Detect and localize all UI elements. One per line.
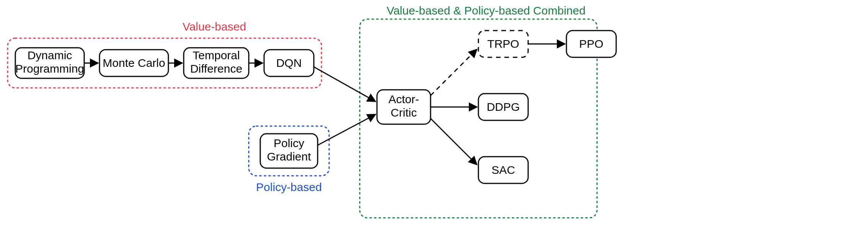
node-dqn-label: DQN (276, 57, 302, 69)
group-policy-label: Policy-based (256, 181, 322, 193)
node-monte-carlo: Monte Carlo (100, 50, 168, 76)
node-dqn: DQN (264, 50, 314, 76)
node-pg-line2: Gradient (267, 150, 311, 163)
node-trpo: TRPO (478, 31, 528, 57)
node-trpo-label: TRPO (487, 37, 519, 50)
node-ddpg: DDPG (478, 94, 528, 120)
node-td-line1: Temporal (193, 49, 240, 62)
rl-methods-diagram: Value-based Policy-based Value-based & P… (0, 0, 868, 235)
edge-dqn-ac (314, 67, 375, 101)
node-dp-line1: Dynamic (28, 49, 72, 62)
node-pg-line1: Policy (274, 137, 304, 149)
node-sac-label: SAC (491, 164, 515, 176)
node-sac: SAC (478, 157, 528, 183)
node-ppo: PPO (566, 31, 616, 57)
edge-ac-sac (431, 118, 476, 164)
edge-pg-ac (318, 115, 375, 145)
group-combined-label: Value-based & Policy-based Combined (387, 4, 586, 17)
node-dp-line2: Programming (15, 62, 84, 75)
node-actor-critic: Actor- Critic (377, 90, 431, 124)
group-value-label: Value-based (183, 20, 246, 33)
node-dynamic-programming: Dynamic Programming (15, 48, 84, 78)
node-mc-label: Monte Carlo (103, 57, 165, 69)
node-ppo-label: PPO (579, 37, 603, 50)
node-ddpg-label: DDPG (487, 100, 520, 113)
node-temporal-difference: Temporal Difference (184, 48, 249, 78)
node-policy-gradient: Policy Gradient (260, 134, 318, 168)
node-td-line2: Difference (190, 62, 242, 75)
node-ac-line1: Actor- (388, 93, 419, 105)
edge-ac-trpo (431, 50, 476, 96)
node-ac-line2: Critic (391, 106, 417, 119)
